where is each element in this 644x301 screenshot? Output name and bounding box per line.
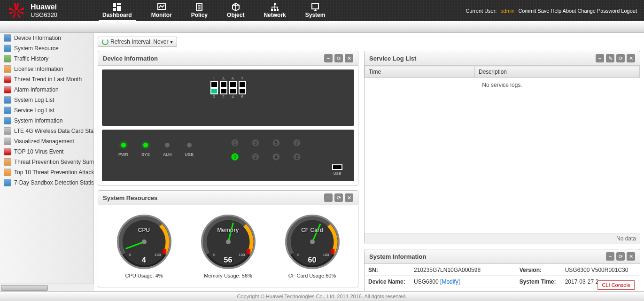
sidebar-icon bbox=[4, 45, 11, 52]
sidebar-item[interactable]: System Information bbox=[0, 116, 93, 126]
nav-policy[interactable]: Policy bbox=[187, 0, 211, 21]
svg-rect-13 bbox=[271, 9, 273, 11]
sidebar-item[interactable]: Device Information bbox=[0, 33, 93, 43]
devicename-value: USG6300 bbox=[414, 278, 439, 285]
sidebar-item[interactable]: Traffic History bbox=[0, 54, 93, 64]
usb-port-icon bbox=[332, 164, 342, 170]
device-info-panel: Device Information − ⟳ ✕ 1357 bbox=[98, 51, 358, 185]
close-button[interactable]: ✕ bbox=[345, 54, 353, 62]
minimize-button[interactable]: − bbox=[324, 193, 333, 202]
ethernet-port bbox=[210, 81, 218, 88]
system-icon bbox=[310, 2, 320, 11]
sidebar-item[interactable]: 7-Day Sandbox Detection Statistics bbox=[0, 178, 93, 188]
nav-network[interactable]: Network bbox=[260, 0, 289, 21]
sidebar-icon bbox=[4, 179, 11, 186]
logo-section: Huawei USG6320 bbox=[0, 1, 99, 20]
system-resources-panel: System Resources − ⟳ ✕ 0100CPU4CPU Usage… bbox=[98, 190, 358, 287]
sidebar-label: Top 10 Threat Prevention Attacks bbox=[14, 169, 93, 176]
sidebar-item[interactable]: Alarm Information bbox=[0, 85, 93, 95]
refresh-button[interactable]: ⟳ bbox=[616, 54, 625, 62]
close-button[interactable]: ✕ bbox=[345, 193, 353, 202]
header-link-commit[interactable]: Commit bbox=[518, 8, 536, 14]
port-num: 1 bbox=[210, 77, 218, 81]
minimize-button[interactable]: − bbox=[606, 252, 614, 261]
sidebar: Device InformationSystem ResourceTraffic… bbox=[0, 33, 94, 291]
cli-console-button[interactable]: CLI Console bbox=[597, 280, 635, 290]
sidebar-icon bbox=[4, 127, 11, 135]
refresh-interval-button[interactable]: Refresh Interval: Never ▾ bbox=[98, 37, 177, 47]
gauge-cpu: 0100CPU4 bbox=[116, 214, 172, 270]
minimize-button[interactable]: − bbox=[596, 54, 604, 62]
header-link-logout[interactable]: Logout bbox=[621, 8, 637, 14]
sidebar-label: LTE 4G Wireless Data Card Status bbox=[14, 128, 93, 134]
devicename-label: Device Name: bbox=[365, 277, 410, 287]
svg-rect-1 bbox=[117, 3, 121, 5]
gauge-cf-card: 0100CF Card60 bbox=[284, 214, 341, 270]
edit-button[interactable]: ✎ bbox=[606, 54, 614, 62]
sidebar-item[interactable]: Top 10 Threat Prevention Attacks bbox=[0, 167, 93, 178]
header-link-change-password[interactable]: Change Password bbox=[577, 8, 620, 14]
log-col-time[interactable]: Time bbox=[365, 66, 475, 78]
port-status-led: 3 bbox=[252, 139, 259, 147]
port-num: 2 bbox=[220, 94, 227, 99]
huawei-logo-icon bbox=[7, 1, 26, 20]
sidebar-icon bbox=[4, 107, 11, 114]
close-button[interactable]: ✕ bbox=[627, 54, 635, 62]
sidebar-item[interactable]: Service Log List bbox=[0, 105, 93, 116]
chevron-down-icon: ▾ bbox=[170, 39, 173, 45]
sidebar-item[interactable]: LTE 4G Wireless Data Card Status bbox=[0, 126, 93, 136]
sidebar-label: Traffic History bbox=[14, 55, 48, 62]
close-button[interactable]: ✕ bbox=[627, 252, 635, 261]
refresh-button[interactable]: ⟳ bbox=[334, 193, 343, 202]
nav-dashboard[interactable]: Dashboard bbox=[99, 0, 136, 21]
systime-label: System Time: bbox=[517, 277, 561, 287]
svg-rect-15 bbox=[277, 9, 279, 11]
usb-label: USB bbox=[332, 171, 342, 176]
panel-title: Service Log List bbox=[369, 55, 416, 62]
log-footer: No data bbox=[365, 233, 640, 244]
content-area: Refresh Interval: Never ▾ Device Informa… bbox=[94, 33, 644, 291]
brand-model: USG6320 bbox=[31, 11, 57, 18]
panel-title: System Resources bbox=[103, 194, 157, 201]
port-status-led: 7 bbox=[293, 139, 301, 147]
status-led bbox=[143, 143, 148, 147]
svg-point-24 bbox=[142, 239, 147, 244]
header-link-save[interactable]: Save bbox=[537, 8, 549, 14]
modify-link[interactable]: [Modify] bbox=[440, 278, 460, 285]
refresh-icon bbox=[102, 39, 109, 45]
gauge-caption: CF Card Usage:60% bbox=[288, 273, 336, 278]
port-status-led: 2 bbox=[252, 153, 259, 161]
sidebar-item[interactable]: License Information bbox=[0, 64, 93, 74]
port-num: 5 bbox=[229, 77, 237, 81]
sidebar-item[interactable]: Threat Prevention Severity Summary bbox=[0, 157, 93, 167]
sidebar-icon bbox=[4, 148, 11, 155]
sidebar-label: Service Log List bbox=[14, 107, 54, 114]
footer-copyright: Copyright © Huawei Technologies Co., Ltd… bbox=[0, 291, 644, 301]
sidebar-item[interactable]: System Resource bbox=[0, 43, 93, 54]
header-link-about[interactable]: About bbox=[563, 8, 576, 14]
log-col-desc[interactable]: Description bbox=[475, 66, 640, 78]
sidebar-icon bbox=[4, 117, 11, 124]
gauge-caption: Memory Usage: 56% bbox=[204, 273, 252, 278]
minimize-button[interactable]: − bbox=[324, 54, 333, 62]
sidebar-item[interactable]: System Log List bbox=[0, 95, 93, 105]
ethernet-port bbox=[220, 88, 227, 94]
port-num: 6 bbox=[239, 94, 246, 99]
current-user-name: admin bbox=[500, 8, 514, 14]
header-link-help[interactable]: Help bbox=[551, 8, 562, 14]
sidebar-label: System Resource bbox=[14, 45, 59, 52]
sidebar-label: Alarm Information bbox=[14, 86, 59, 93]
refresh-button[interactable]: ⟳ bbox=[616, 252, 625, 261]
nav-system[interactable]: System bbox=[302, 0, 329, 21]
sidebar-item[interactable]: Visualized Management bbox=[0, 136, 93, 147]
sidebar-scrollbar[interactable] bbox=[0, 284, 94, 291]
panel-title: Device Information bbox=[103, 55, 158, 62]
sidebar-label: System Log List bbox=[14, 97, 54, 103]
sidebar-item[interactable]: Threat Trend in Last Month bbox=[0, 74, 93, 85]
nav-monitor[interactable]: Monitor bbox=[147, 0, 176, 21]
port-status-led: 1 bbox=[231, 139, 239, 147]
network-icon bbox=[270, 2, 279, 11]
refresh-button[interactable]: ⟳ bbox=[334, 54, 343, 62]
sidebar-item[interactable]: TOP 10 Virus Event bbox=[0, 147, 93, 157]
nav-object[interactable]: Object bbox=[223, 0, 248, 21]
